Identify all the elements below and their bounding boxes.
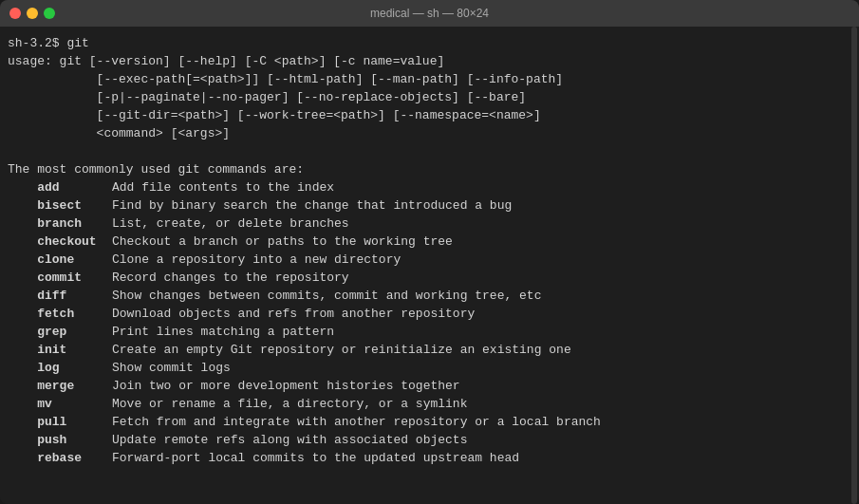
titlebar: medical — sh — 80×24	[0, 0, 859, 27]
command-name: add	[8, 178, 112, 196]
prompt: sh-3.2$ git	[8, 36, 89, 50]
command-row: fetchDownload objects and refs from anot…	[8, 305, 850, 323]
command-name: log	[8, 359, 112, 377]
command-list: addAdd file contents to the index bisect…	[8, 178, 850, 467]
close-button[interactable]	[9, 8, 21, 19]
command-name: checkout	[8, 233, 112, 251]
command-description: Fetch from and integrate with another re…	[112, 415, 601, 429]
command-name: pull	[8, 413, 112, 431]
command-description: Show commit logs	[112, 361, 231, 375]
command-description: Clone a repository into a new directory	[112, 252, 401, 267]
command-description: Find by binary search the change that in…	[112, 198, 512, 213]
traffic-lights	[9, 8, 55, 19]
minimize-button[interactable]	[27, 8, 38, 19]
command-row: grepPrint lines matching a pattern	[8, 323, 850, 341]
command-description: Add file contents to the index	[112, 180, 334, 195]
blank-line-1	[8, 142, 850, 160]
command-description: Forward-port local commits to the update…	[112, 451, 519, 465]
command-description: Show changes between commits, commit and…	[112, 289, 541, 303]
usage-line-2: [--exec-path[=<path>]] [--html-path] [--…	[8, 70, 850, 88]
command-description: Update remote refs along with associated…	[112, 433, 467, 447]
command-description: Print lines matching a pattern	[112, 325, 334, 339]
command-row: mergeJoin two or more development histor…	[8, 377, 850, 395]
usage-line-3: [-p|--paginate|--no-pager] [--no-replace…	[8, 88, 850, 106]
command-description: Join two or more development histories t…	[112, 379, 460, 393]
command-row: branchList, create, or delete branches	[8, 215, 850, 233]
command-name: branch	[8, 215, 112, 233]
command-description: Create an empty Git repository or reinit…	[112, 343, 571, 357]
command-row: diffShow changes between commits, commit…	[8, 287, 850, 305]
command-name: merge	[8, 377, 112, 395]
command-name: diff	[8, 287, 112, 305]
command-name: rebase	[8, 449, 112, 467]
command-row: bisectFind by binary search the change t…	[8, 196, 850, 215]
section-header: The most commonly used git commands are:	[8, 160, 850, 178]
command-name: clone	[8, 251, 112, 269]
command-row: cloneClone a repository into a new direc…	[8, 251, 850, 269]
usage-line-4: [--git-dir=<path>] [--work-tree=<path>] …	[8, 106, 850, 124]
command-description: Record changes to the repository	[112, 271, 349, 285]
command-description: List, create, or delete branches	[112, 216, 349, 231]
usage-line-1: usage: git [--version] [--help] [-C <pat…	[8, 52, 850, 70]
command-row: rebaseForward-port local commits to the …	[8, 449, 850, 467]
terminal-window: medical — sh — 80×24 sh-3.2$ git usage: …	[0, 0, 859, 504]
command-description: Checkout a branch or paths to the workin…	[112, 234, 453, 249]
command-row: pullFetch from and integrate with anothe…	[8, 413, 850, 431]
command-row: checkoutCheckout a branch or paths to th…	[8, 233, 850, 251]
command-name: push	[8, 431, 112, 449]
command-name: bisect	[8, 196, 112, 215]
scrollbar[interactable]	[851, 27, 857, 504]
command-row: addAdd file contents to the index	[8, 178, 850, 196]
command-row: pushUpdate remote refs along with associ…	[8, 431, 850, 449]
terminal-content[interactable]: sh-3.2$ git usage: git [--version] [--he…	[0, 27, 859, 504]
command-name: fetch	[8, 305, 112, 323]
command-description: Download objects and refs from another r…	[112, 307, 475, 321]
maximize-button[interactable]	[44, 8, 55, 19]
command-name: grep	[8, 323, 112, 341]
command-name: mv	[8, 395, 112, 413]
prompt-line: sh-3.2$ git	[8, 34, 850, 52]
command-row: logShow commit logs	[8, 359, 850, 377]
command-name: init	[8, 341, 112, 359]
usage-line-5: <command> [<args>]	[8, 124, 850, 142]
command-description: Move or rename a file, a directory, or a…	[112, 397, 467, 411]
command-name: commit	[8, 269, 112, 287]
command-row: commitRecord changes to the repository	[8, 269, 850, 287]
window-title: medical — sh — 80×24	[370, 7, 489, 20]
command-row: mvMove or rename a file, a directory, or…	[8, 395, 850, 413]
command-row: initCreate an empty Git repository or re…	[8, 341, 850, 359]
